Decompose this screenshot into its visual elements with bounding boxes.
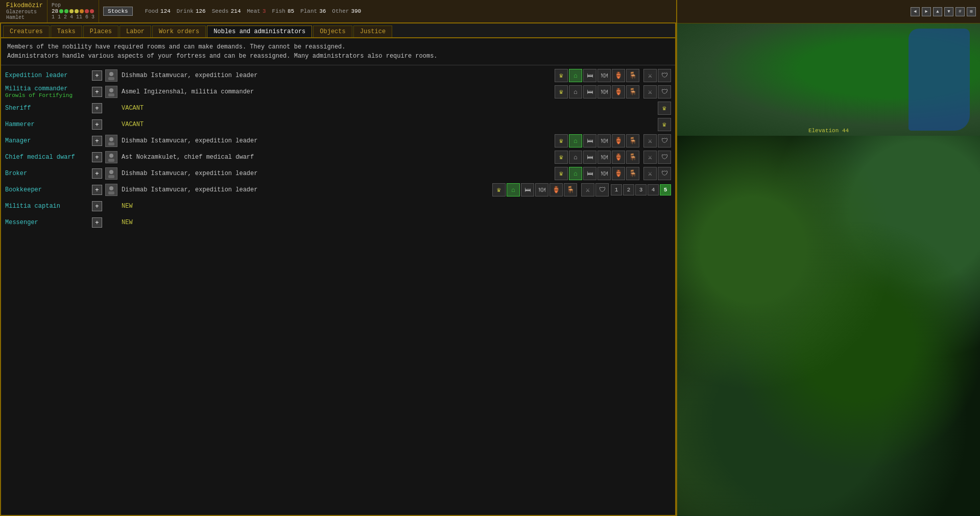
req-sit-cmd[interactable]: 🪑 xyxy=(626,151,639,164)
tab-work-orders[interactable]: Work orders xyxy=(152,26,206,37)
drink-label: Drink xyxy=(177,8,194,14)
tab-justice[interactable]: Justice xyxy=(353,26,392,37)
req-sw2-mgr[interactable]: 🛡 xyxy=(658,134,671,148)
add-btn-manager[interactable]: + xyxy=(92,136,102,146)
req-sit-bk[interactable]: 🪑 xyxy=(564,183,577,196)
req-sw1-bk[interactable]: ⚔ xyxy=(581,183,594,196)
req-bed-br[interactable]: 🛏 xyxy=(583,167,596,180)
req-crown-cmd[interactable]: ♛ xyxy=(555,151,568,164)
req-drink-cmd[interactable]: 🏺 xyxy=(612,151,625,164)
req-bed-el[interactable]: 🛏 xyxy=(583,69,596,82)
req-sep1-bk xyxy=(578,183,580,196)
noble-title-sheriff: Sheriff xyxy=(5,105,92,112)
tab-objects[interactable]: Objects xyxy=(313,26,352,37)
minimap-btn-4[interactable]: ▼ xyxy=(944,7,953,16)
tab-creatures[interactable]: Creatures xyxy=(3,26,50,37)
tab-labor[interactable]: Labor xyxy=(119,26,151,37)
req-drink-bk[interactable]: 🏺 xyxy=(549,183,563,196)
req-drink-mc[interactable]: 🏺 xyxy=(612,85,625,99)
accuracy-2[interactable]: 2 xyxy=(623,184,634,195)
req-food-mgr[interactable]: 🍽 xyxy=(597,134,611,148)
minimap-btn-2[interactable]: ► xyxy=(922,7,931,16)
add-btn-messenger[interactable]: + xyxy=(92,217,102,228)
req-sit-mgr[interactable]: 🪑 xyxy=(626,134,639,148)
tab-nobles[interactable]: Nobles and administrators xyxy=(207,26,312,37)
req-sw1-mgr[interactable]: ⚔ xyxy=(643,134,657,148)
minimap-btn-1[interactable]: ◄ xyxy=(911,7,920,16)
add-btn-militia-commander[interactable]: + xyxy=(92,87,102,97)
tab-tasks[interactable]: Tasks xyxy=(51,26,82,37)
pop-dot-7 xyxy=(90,9,94,13)
req-sw1-cmd[interactable]: ⚔ xyxy=(643,151,657,164)
svg-rect-7 xyxy=(108,159,114,162)
svg-point-2 xyxy=(109,88,113,92)
svg-point-4 xyxy=(109,137,113,141)
req-house-el[interactable]: ⌂ xyxy=(569,69,582,82)
pop-dot-5 xyxy=(80,9,84,13)
req-house-bk[interactable]: ⌂ xyxy=(507,183,520,196)
plant-value: 36 xyxy=(319,8,326,14)
avatar-expedition-leader xyxy=(105,69,117,82)
req-crown-mc[interactable]: ♛ xyxy=(555,85,568,99)
minimap-btn-5[interactable]: # xyxy=(955,7,965,16)
add-btn-broker[interactable]: + xyxy=(92,168,102,179)
add-btn-bookkeeper[interactable]: + xyxy=(92,185,102,195)
req-sw1-mc[interactable]: ⚔ xyxy=(643,85,657,99)
accuracy-1[interactable]: 1 xyxy=(611,184,622,195)
req-crown-ha[interactable]: ♛ xyxy=(658,118,671,131)
req-sw2-br[interactable]: 🛡 xyxy=(658,167,671,180)
accuracy-nums-bookkeeper: 1 2 3 4 5 xyxy=(611,184,671,195)
other-label: Other xyxy=(332,8,349,14)
req-drink-br[interactable]: 🏺 xyxy=(612,167,625,180)
req-bed-mc[interactable]: 🛏 xyxy=(583,85,596,99)
pop-label: Pop xyxy=(52,3,94,8)
req-food-el[interactable]: 🍽 xyxy=(597,69,611,82)
add-btn-expedition-leader[interactable]: + xyxy=(92,70,102,81)
svg-point-8 xyxy=(109,170,113,174)
req-food-cmd[interactable]: 🍽 xyxy=(597,151,611,164)
req-food-mc[interactable]: 🍽 xyxy=(597,85,611,99)
fortress-info: Fikodmözir Glazerouts Hamlet xyxy=(2,0,47,22)
req-crown-sh[interactable]: ♛ xyxy=(658,102,671,115)
add-btn-sheriff[interactable]: + xyxy=(92,103,102,113)
req-crown-br[interactable]: ♛ xyxy=(555,167,568,180)
req-sw1-br[interactable]: ⚔ xyxy=(643,167,657,180)
req-sw2-el[interactable]: 🛡 xyxy=(658,69,671,82)
req-house-mgr[interactable]: ⌂ xyxy=(569,134,582,148)
req-sw1-el[interactable]: ⚔ xyxy=(643,69,657,82)
req-bed-mgr[interactable]: 🛏 xyxy=(583,134,596,148)
add-btn-chief-medical[interactable]: + xyxy=(92,152,102,162)
req-food-bk[interactable]: 🍽 xyxy=(535,183,548,196)
req-crown-mgr[interactable]: ♛ xyxy=(555,134,568,148)
req-house-mc[interactable]: ⌂ xyxy=(569,85,582,99)
req-sit-mc[interactable]: 🪑 xyxy=(626,85,639,99)
tab-places[interactable]: Places xyxy=(83,26,118,37)
req-drink-mgr[interactable]: 🏺 xyxy=(612,134,625,148)
pop-dot-6 xyxy=(85,9,89,13)
req-sep1-cmd xyxy=(640,151,642,164)
accuracy-5[interactable]: 5 xyxy=(660,184,671,195)
req-house-cmd[interactable]: ⌂ xyxy=(569,151,582,164)
req-house-br[interactable]: ⌂ xyxy=(569,167,582,180)
req-sw2-bk[interactable]: 🛡 xyxy=(595,183,609,196)
req-sit-br[interactable]: 🪑 xyxy=(626,167,639,180)
add-btn-hammerer[interactable]: + xyxy=(92,119,102,130)
minimap-btn-6[interactable]: ⊞ xyxy=(967,7,976,16)
req-food-br[interactable]: 🍽 xyxy=(597,167,611,180)
req-sit-el[interactable]: 🪑 xyxy=(626,69,639,82)
svg-point-10 xyxy=(109,186,113,190)
noble-row-bookkeeper: Bookkeeper + Dishmab Istamvucar, expedit… xyxy=(1,182,675,198)
req-crown-el[interactable]: ♛ xyxy=(555,69,568,82)
req-sep1-mgr xyxy=(640,134,642,148)
stocks-button[interactable]: Stocks xyxy=(103,7,133,16)
req-bed-cmd[interactable]: 🛏 xyxy=(583,151,596,164)
req-sw2-cmd[interactable]: 🛡 xyxy=(658,151,671,164)
add-btn-militia-captain[interactable]: + xyxy=(92,201,102,211)
accuracy-4[interactable]: 4 xyxy=(648,184,659,195)
req-sw2-mc[interactable]: 🛡 xyxy=(658,85,671,99)
accuracy-3[interactable]: 3 xyxy=(635,184,647,195)
req-bed-bk[interactable]: 🛏 xyxy=(521,183,534,196)
req-crown-bk[interactable]: ♛ xyxy=(492,183,506,196)
minimap-btn-3[interactable]: ▲ xyxy=(933,7,942,16)
req-drink-el[interactable]: 🏺 xyxy=(612,69,625,82)
